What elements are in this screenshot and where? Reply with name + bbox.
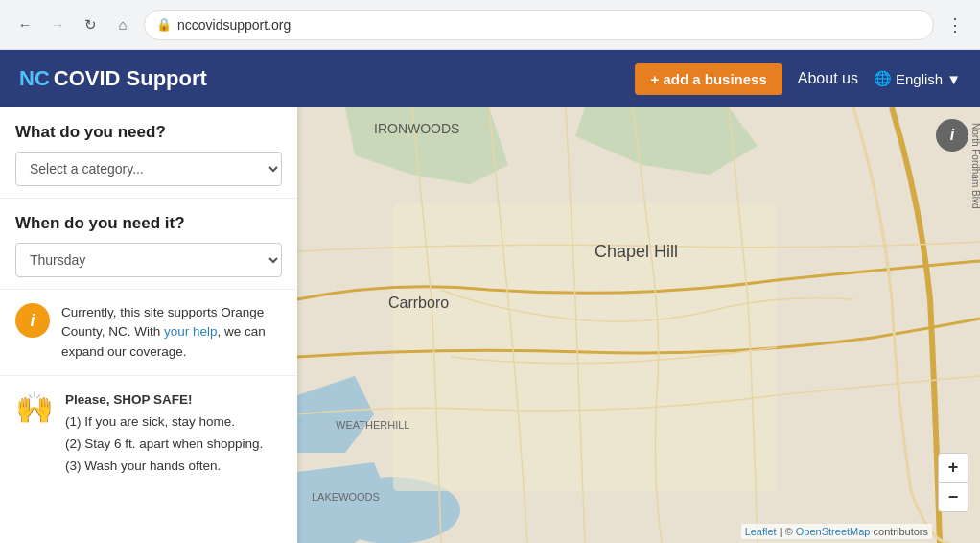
nav-buttons: ← → ↻ ⌂ <box>12 12 136 38</box>
main-layout: What do you need? Select a category... W… <box>0 107 980 543</box>
map-attribution: Leaflet | © OpenStreetMap contributors <box>741 524 932 539</box>
when-label: When do you need it? <box>15 214 282 233</box>
forward-button[interactable]: → <box>44 12 71 38</box>
logo-text: COVID Support <box>54 66 207 91</box>
lock-icon: 🔒 <box>156 17 172 32</box>
url-text: nccovidsupport.org <box>177 17 291 33</box>
need-label: What do you need? <box>15 123 282 142</box>
zoom-out-button[interactable]: − <box>939 483 968 511</box>
reload-button[interactable]: ↻ <box>77 12 104 38</box>
map-svg <box>297 107 980 543</box>
shop-safe-text: Please, SHOP SAFE! (1) If you are sick, … <box>65 390 263 478</box>
attribution-contributors: contributors <box>874 526 928 537</box>
category-select[interactable]: Select a category... <box>15 152 282 186</box>
address-bar[interactable]: 🔒 nccovidsupport.org <box>144 10 934 40</box>
info-icon: i <box>15 303 50 338</box>
browser-chrome: ← → ↻ ⌂ 🔒 nccovidsupport.org ⋮ <box>0 0 980 50</box>
shop-safe-3: (3) Wash your hands often. <box>65 459 221 473</box>
about-us-link[interactable]: About us <box>798 70 858 87</box>
chevron-down-icon: ▼ <box>946 71 961 87</box>
zoom-in-button[interactable]: + <box>939 454 968 483</box>
back-button[interactable]: ← <box>12 12 38 38</box>
leaflet-link[interactable]: Leaflet <box>745 526 777 537</box>
info-text: Currently, this site supports Orange Cou… <box>61 303 282 362</box>
map-container[interactable]: IRONWOODS Chapel Hill Carrboro WEATHERHI… <box>297 107 980 543</box>
zoom-controls: + − <box>938 453 968 512</box>
app-header: NC COVID Support + add a business About … <box>0 50 980 107</box>
attribution-separator: | © <box>780 526 796 537</box>
logo-nc: NC <box>19 66 50 91</box>
logo: NC COVID Support <box>19 66 207 91</box>
sidebar: What do you need? Select a category... W… <box>0 107 297 543</box>
browser-menu-button[interactable]: ⋮ <box>942 12 968 38</box>
add-business-button[interactable]: + add a business <box>635 63 782 95</box>
shop-safe-1: (1) If you are sick, stay home. <box>65 414 235 429</box>
map-info-button[interactable]: i <box>936 119 968 152</box>
shop-safe-2: (2) Stay 6 ft. apart when shopping. <box>65 437 263 451</box>
language-label: English <box>896 71 943 87</box>
shop-safe-title: Please, SHOP SAFE! <box>65 392 193 407</box>
day-select[interactable]: Thursday <box>15 243 282 277</box>
shop-safe-box: 🙌 Please, SHOP SAFE! (1) If you are sick… <box>0 376 297 491</box>
header-right: + add a business About us 🌐 English ▼ <box>635 63 961 95</box>
add-business-label: + add a business <box>650 71 766 87</box>
shop-safe-icon: 🙌 <box>15 390 54 426</box>
category-section: What do you need? Select a category... <box>0 107 297 199</box>
your-help-link[interactable]: your help <box>164 324 218 339</box>
home-button[interactable]: ⌂ <box>109 12 136 38</box>
info-box: i Currently, this site supports Orange C… <box>0 290 297 376</box>
when-section: When do you need it? Thursday <box>0 199 297 290</box>
osm-link[interactable]: OpenStreetMap <box>796 526 871 537</box>
globe-icon: 🌐 <box>874 70 892 87</box>
language-selector[interactable]: 🌐 English ▼ <box>874 70 961 87</box>
